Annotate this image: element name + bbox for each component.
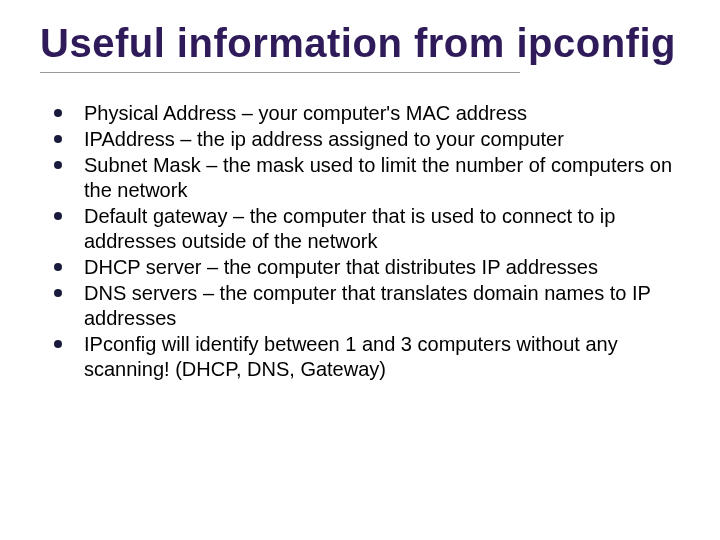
list-item: DHCP server – the computer that distribu… bbox=[46, 255, 680, 280]
list-item: Physical Address – your computer's MAC a… bbox=[46, 101, 680, 126]
bullet-list: Physical Address – your computer's MAC a… bbox=[40, 101, 680, 382]
list-item: IPconfig will identify between 1 and 3 c… bbox=[46, 332, 680, 382]
list-item: Subnet Mask – the mask used to limit the… bbox=[46, 153, 680, 203]
title-divider bbox=[40, 72, 520, 73]
list-item: DNS servers – the computer that translat… bbox=[46, 281, 680, 331]
slide-title: Useful information from ipconfig bbox=[40, 20, 680, 66]
list-item: IPAddress – the ip address assigned to y… bbox=[46, 127, 680, 152]
list-item: Default gateway – the computer that is u… bbox=[46, 204, 680, 254]
